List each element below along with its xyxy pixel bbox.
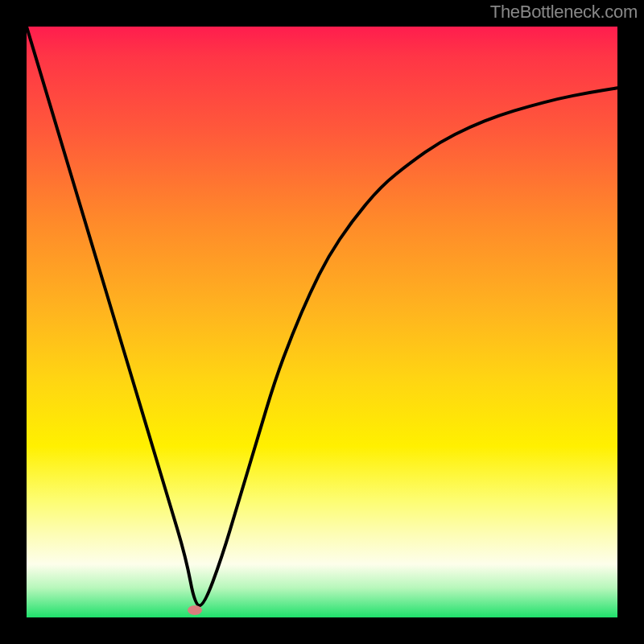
bottleneck-curve <box>27 27 617 605</box>
curve-layer <box>27 27 617 617</box>
minimum-marker <box>188 605 202 615</box>
chart-container: TheBottleneck.com <box>0 0 644 644</box>
watermark-text: TheBottleneck.com <box>490 2 638 23</box>
